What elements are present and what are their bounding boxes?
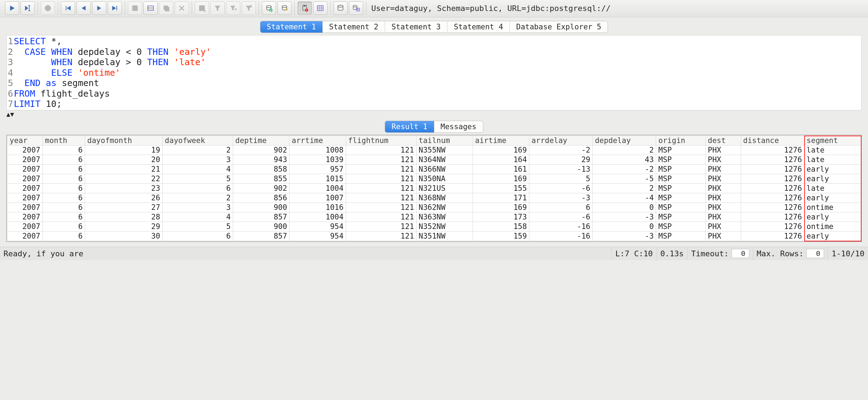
cell[interactable]: N351NW: [416, 231, 473, 241]
sql-editor[interactable]: 1SELECT *,2 CASE WHEN depdelay < 0 THEN …: [6, 35, 862, 110]
cell[interactable]: MSP: [656, 174, 705, 183]
cell[interactable]: 6: [43, 183, 85, 193]
cell[interactable]: -5: [593, 174, 656, 183]
db-object-button[interactable]: [333, 1, 348, 15]
cell[interactable]: 169: [473, 174, 529, 183]
cell[interactable]: 1276: [741, 212, 804, 222]
cell[interactable]: 6: [163, 231, 233, 241]
cell[interactable]: -13: [529, 164, 593, 174]
cell[interactable]: 857: [233, 212, 289, 222]
cell[interactable]: 121: [346, 231, 416, 241]
column-header[interactable]: dest: [705, 136, 741, 145]
cell[interactable]: 902: [233, 145, 289, 155]
cell[interactable]: MSP: [656, 222, 705, 231]
result-tab[interactable]: Result 1: [385, 121, 434, 132]
column-header[interactable]: arrtime: [289, 136, 346, 145]
cell[interactable]: PHX: [705, 202, 741, 212]
cell[interactable]: 6: [43, 193, 85, 202]
cell[interactable]: 1015: [289, 174, 346, 183]
cell[interactable]: N368NW: [416, 193, 473, 202]
column-header[interactable]: flightnum: [346, 136, 416, 145]
insert-row-button[interactable]: [143, 1, 158, 15]
cell[interactable]: 121: [346, 174, 416, 183]
cell[interactable]: 171: [473, 193, 529, 202]
cell[interactable]: 900: [233, 202, 289, 212]
cell[interactable]: 121: [346, 145, 416, 155]
statement-tab[interactable]: Statement 3: [385, 21, 447, 33]
cell[interactable]: 6: [163, 183, 233, 193]
cell[interactable]: 121: [346, 155, 416, 164]
cell[interactable]: N321US: [416, 183, 473, 193]
cell[interactable]: 121: [346, 202, 416, 212]
maxrows-value[interactable]: 0: [806, 249, 824, 258]
cell[interactable]: 1276: [741, 155, 804, 164]
cell[interactable]: 0: [593, 222, 656, 231]
cell[interactable]: PHX: [705, 155, 741, 164]
cell[interactable]: late: [804, 155, 861, 164]
rollback-button[interactable]: [277, 1, 292, 15]
last-record-button[interactable]: [108, 1, 122, 15]
column-header[interactable]: year: [7, 136, 43, 145]
cell[interactable]: early: [804, 231, 861, 241]
cell[interactable]: 6: [43, 202, 85, 212]
cell[interactable]: MSP: [656, 164, 705, 174]
cell[interactable]: PHX: [705, 222, 741, 231]
cell[interactable]: -3: [593, 231, 656, 241]
cell[interactable]: ontime: [804, 202, 861, 212]
cell[interactable]: 30: [85, 231, 163, 241]
cell[interactable]: 2007: [7, 193, 43, 202]
column-header[interactable]: deptime: [233, 136, 289, 145]
cell[interactable]: 1007: [289, 193, 346, 202]
column-header[interactable]: airtime: [473, 136, 529, 145]
cell[interactable]: 43: [593, 155, 656, 164]
execute-cursor-button[interactable]: [21, 1, 35, 15]
cell[interactable]: late: [804, 183, 861, 193]
cell[interactable]: PHX: [705, 231, 741, 241]
statement-tab[interactable]: Statement 2: [323, 21, 385, 33]
cell[interactable]: 943: [233, 155, 289, 164]
cell[interactable]: 6: [43, 174, 85, 183]
cell[interactable]: 23: [85, 183, 163, 193]
cell[interactable]: 1276: [741, 231, 804, 241]
cell[interactable]: 957: [289, 164, 346, 174]
cell[interactable]: 2007: [7, 145, 43, 155]
table-row[interactable]: 200762258551015121N350NA1695-5MSPPHX1276…: [7, 174, 861, 183]
table-row[interactable]: 200762369021004121N321US155-62MSPPHX1276…: [7, 183, 861, 193]
cell[interactable]: 2007: [7, 183, 43, 193]
cell[interactable]: PHX: [705, 193, 741, 202]
column-header[interactable]: dayofmonth: [85, 136, 163, 145]
cell[interactable]: 1004: [289, 212, 346, 222]
cell[interactable]: 1276: [741, 183, 804, 193]
cell[interactable]: N350NA: [416, 174, 473, 183]
cell[interactable]: MSP: [656, 231, 705, 241]
cell[interactable]: 164: [473, 155, 529, 164]
cell[interactable]: 169: [473, 145, 529, 155]
cell[interactable]: 4: [163, 212, 233, 222]
cell[interactable]: -3: [529, 193, 593, 202]
cell[interactable]: 22: [85, 174, 163, 183]
cell[interactable]: 29: [85, 222, 163, 231]
cell[interactable]: 27: [85, 202, 163, 212]
cell[interactable]: 1008: [289, 145, 346, 155]
cell[interactable]: 6: [43, 155, 85, 164]
cell[interactable]: -2: [529, 145, 593, 155]
cell[interactable]: 2: [163, 145, 233, 155]
result-tab[interactable]: Messages: [434, 121, 483, 132]
autocommit-toggle[interactable]: !: [298, 1, 312, 15]
cell[interactable]: early: [804, 174, 861, 183]
cell[interactable]: PHX: [705, 174, 741, 183]
cell[interactable]: 26: [85, 193, 163, 202]
cell[interactable]: 155: [473, 183, 529, 193]
cell[interactable]: 1004: [289, 183, 346, 193]
cell[interactable]: 6: [43, 231, 85, 241]
table-row[interactable]: 20076214858957121N366NW161-13-2MSPPHX127…: [7, 164, 861, 174]
first-record-button[interactable]: [61, 1, 75, 15]
cell[interactable]: 6: [43, 164, 85, 174]
cell[interactable]: 121: [346, 212, 416, 222]
cell[interactable]: 2007: [7, 212, 43, 222]
commit-button[interactable]: [262, 1, 276, 15]
cell[interactable]: 173: [473, 212, 529, 222]
table-row[interactable]: 20076306857954121N351NW159-16-3MSPPHX127…: [7, 231, 861, 241]
cell[interactable]: 4: [163, 164, 233, 174]
table-row[interactable]: 200762039431039121N364NW1642943MSPPHX127…: [7, 155, 861, 164]
